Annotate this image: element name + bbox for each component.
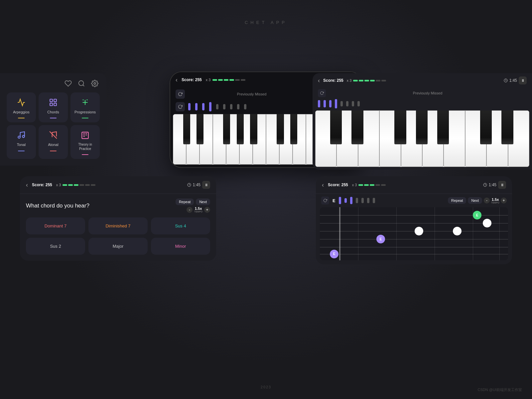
note-icon-box bbox=[176, 102, 185, 111]
r-dot-2 bbox=[359, 80, 363, 81]
rw-2[interactable] bbox=[336, 110, 358, 167]
bl-lives-label: x 3 bbox=[56, 183, 61, 187]
bl-tempo-plus[interactable]: + bbox=[204, 207, 210, 213]
right-timer: 1:45 ⏸ bbox=[504, 76, 527, 84]
right-lives: x 3 bbox=[347, 78, 386, 82]
br-d1 bbox=[358, 184, 363, 186]
note-icon bbox=[178, 104, 183, 109]
search-icon[interactable] bbox=[78, 80, 85, 87]
br-d3 bbox=[370, 184, 374, 186]
right-pause-button[interactable]: ⏸ bbox=[519, 76, 527, 84]
br-repeat-button[interactable]: Repeat bbox=[448, 197, 466, 204]
rw-5[interactable] bbox=[401, 110, 422, 167]
br-tempo-val: 1.5x bbox=[491, 198, 499, 201]
r-dot-3 bbox=[364, 80, 369, 81]
life-dot-2 bbox=[218, 79, 223, 81]
br-tempo: - 1.5x TEMPO + bbox=[484, 198, 507, 204]
br-nd-4 bbox=[356, 198, 358, 203]
note-dot-7 bbox=[230, 104, 232, 109]
atonal-icon bbox=[49, 130, 58, 140]
option-minor[interactable]: Minor bbox=[151, 238, 210, 255]
fret-note-2 bbox=[415, 227, 423, 235]
br-d2 bbox=[364, 184, 369, 186]
right-refresh-box bbox=[318, 89, 326, 97]
bl-pause-button[interactable]: ⏸ bbox=[202, 181, 210, 189]
note-dot-8 bbox=[237, 104, 239, 109]
sidebar-item-atonal[interactable]: Atonal bbox=[39, 125, 68, 159]
rw-10[interactable] bbox=[508, 110, 529, 167]
heart-icon[interactable] bbox=[65, 80, 72, 87]
bl-back-button[interactable]: ‹ bbox=[26, 182, 28, 189]
sidebar-item-chords[interactable]: Chords bbox=[39, 92, 68, 122]
rw-3[interactable] bbox=[358, 110, 379, 167]
br-back-button[interactable]: ‹ bbox=[322, 182, 324, 189]
tonal-dot bbox=[18, 151, 25, 151]
r-note-8 bbox=[357, 101, 360, 106]
br-tempo-plus[interactable]: + bbox=[501, 198, 507, 203]
svg-point-12 bbox=[22, 135, 25, 138]
bl-tempo-val: 1.5x bbox=[194, 206, 202, 210]
string-5 bbox=[320, 247, 508, 247]
white-key-2[interactable] bbox=[186, 114, 200, 165]
string-2 bbox=[320, 223, 508, 223]
bottom-left-card: ‹ Score: 255 x 3 1:45 ⏸ What chord bbox=[20, 176, 216, 261]
footer-year: 2023 bbox=[261, 385, 271, 389]
br-score-value: 255 bbox=[341, 183, 348, 187]
bl-timer-value: 1:45 bbox=[193, 183, 200, 187]
life-dot-3 bbox=[224, 79, 228, 81]
bl-score: Score: 255 bbox=[32, 183, 52, 187]
br-tempo-lbl: TEMPO bbox=[491, 201, 499, 204]
br-next-button[interactable]: Next bbox=[468, 197, 482, 204]
r-dot-5 bbox=[376, 80, 380, 81]
r-note-6 bbox=[346, 101, 348, 106]
fret-note-4 bbox=[483, 219, 491, 227]
r-note-4 bbox=[335, 99, 337, 108]
white-key-4[interactable] bbox=[213, 114, 226, 165]
bl-score-label: Score: bbox=[32, 183, 44, 187]
option-major[interactable]: Major bbox=[88, 238, 148, 255]
white-key-10[interactable] bbox=[293, 114, 306, 165]
white-key-1[interactable] bbox=[173, 114, 186, 165]
note-dot-4 bbox=[209, 102, 211, 111]
br-score-label: Score: bbox=[328, 183, 340, 187]
option-sus4[interactable]: Sus 4 bbox=[151, 217, 210, 234]
option-diminished7[interactable]: Diminished 7 bbox=[88, 217, 148, 234]
white-key-9[interactable] bbox=[279, 114, 293, 165]
note-dot-1 bbox=[188, 103, 191, 110]
rw-9[interactable] bbox=[486, 110, 508, 167]
sidebar-item-tonal[interactable]: Tonal bbox=[7, 125, 36, 159]
menu-grid: Arpeggios Chords Progressions bbox=[7, 92, 100, 159]
rw-4[interactable] bbox=[379, 110, 401, 167]
bl-repeat-button[interactable]: Repeat bbox=[176, 199, 194, 205]
score-label: Score: bbox=[182, 77, 194, 82]
br-pause-button[interactable]: ⏸ bbox=[498, 181, 506, 189]
rw-6[interactable] bbox=[422, 110, 444, 167]
br-d5 bbox=[381, 184, 386, 186]
progressions-icon bbox=[80, 98, 90, 107]
rw-8[interactable] bbox=[465, 110, 486, 167]
sidebar-item-theory[interactable]: Theory in Practice bbox=[70, 125, 100, 159]
white-key-7[interactable] bbox=[253, 114, 266, 165]
br-tempo-minus[interactable]: - bbox=[484, 198, 490, 203]
option-sus2[interactable]: Sus 2 bbox=[26, 238, 85, 255]
right-back-button[interactable]: ‹ bbox=[318, 77, 320, 84]
settings-icon[interactable] bbox=[91, 80, 98, 87]
rw-1[interactable] bbox=[315, 110, 336, 167]
sidebar-item-progressions[interactable]: Progressions bbox=[70, 92, 100, 122]
bl-next-button[interactable]: Next bbox=[196, 199, 210, 205]
white-key-3[interactable] bbox=[200, 114, 213, 165]
option-dominant7[interactable]: Dominant 7 bbox=[26, 217, 85, 234]
white-key-8[interactable] bbox=[266, 114, 279, 165]
note-dot-3 bbox=[202, 103, 204, 110]
arpeggios-label: Arpeggios bbox=[13, 110, 30, 114]
sidebar-item-arpeggios[interactable]: Arpeggios bbox=[7, 92, 36, 122]
tonal-icon bbox=[17, 130, 26, 140]
svg-rect-6 bbox=[54, 103, 57, 106]
phone-back-button[interactable]: ‹ bbox=[176, 76, 178, 83]
white-key-6[interactable] bbox=[239, 114, 253, 165]
bl-tempo-minus[interactable]: - bbox=[187, 207, 193, 213]
white-key-5[interactable] bbox=[226, 114, 239, 165]
br-nd-1 bbox=[339, 197, 341, 204]
rw-7[interactable] bbox=[444, 110, 465, 167]
r-note-1 bbox=[318, 100, 320, 107]
